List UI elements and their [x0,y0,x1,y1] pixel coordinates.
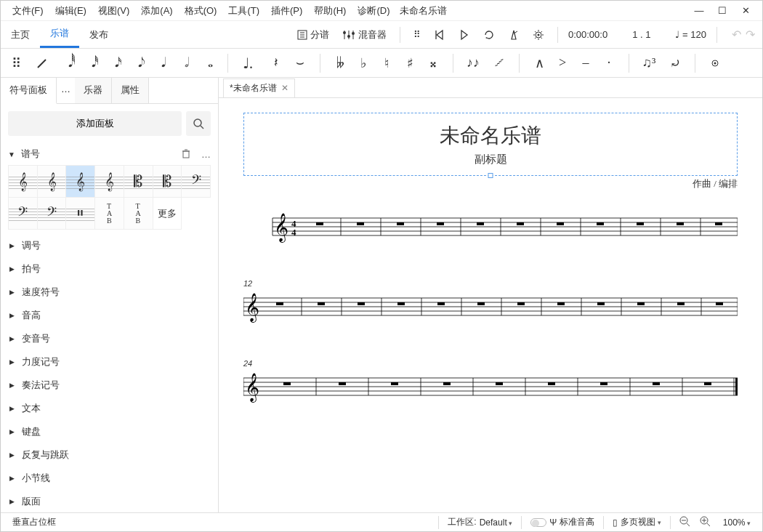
metronome-button[interactable] [505,26,522,44]
slur-button[interactable]: 𝆱 [488,52,510,74]
clef-tab6[interactable]: TAB [124,198,153,230]
concert-pitch-toggle[interactable]: Ψ 标准音高 [525,516,600,528]
flat-button[interactable]: ♭ [352,52,374,74]
category-barlines[interactable]: ▶小节线 [1,467,218,490]
menu-diagnostic[interactable]: 诊断(D) [352,1,395,20]
mixer-button[interactable]: 混音器 [339,25,389,44]
clef-percussion[interactable]: 𝄥 [66,198,95,230]
double-sharp-button[interactable]: 𝄪 [422,52,444,74]
section-clef-header[interactable]: ▼ 谱号 … [1,143,218,165]
tab-publish[interactable]: 发布 [79,21,118,48]
playback-settings-button[interactable] [530,26,547,44]
menu-file[interactable]: 文件(F) [7,1,49,20]
rest-button[interactable]: 𝄽 [263,52,285,74]
clef-tenor[interactable]: 𝄡 [153,166,182,198]
undo-button[interactable]: ↶ [732,28,741,41]
menu-add[interactable]: 添加(A) [135,1,178,20]
sidebar-tab-more[interactable]: … [57,78,75,103]
maximize-button[interactable]: ☐ [717,5,727,16]
clef-treble-8va[interactable]: 𝄞 [38,166,67,198]
staff-system-2[interactable]: 12 𝄞 [243,291,738,327]
score-subtitle[interactable]: 副标题 [253,153,728,166]
section-more-button[interactable]: … [201,149,211,160]
toolbar-settings-button[interactable] [704,52,726,74]
staff-system-1[interactable]: 𝄞 4 4 [243,211,738,247]
tenuto-button[interactable]: – [575,52,597,74]
close-tab-button[interactable]: ✕ [281,83,288,93]
sharp-button[interactable]: ♯ [399,52,421,74]
duration-8th[interactable]: 𝅘𝅥𝅮 [127,52,149,74]
duration-half[interactable]: 𝅗𝅥 [174,52,195,74]
menu-format[interactable]: 格式(O) [179,1,223,20]
category-tempo[interactable]: ▶速度符号 [1,281,218,304]
category-text[interactable]: ▶文本 [1,397,218,420]
note-input-button[interactable] [31,52,53,74]
tab-home[interactable]: 主页 [1,21,40,48]
category-key-signature[interactable]: ▶调号 [1,234,218,257]
sidebar-tab-palette[interactable]: 符号面板 [1,78,57,104]
tie-button[interactable]: ⌣ [289,52,311,74]
rewind-button[interactable] [431,26,448,44]
category-repeats[interactable]: ▶反复与跳跃 [1,443,218,467]
category-keyboard[interactable]: ▶键盘 [1,420,218,443]
category-accidentals[interactable]: ▶变音号 [1,327,218,350]
dot-button[interactable]: ♩. [237,52,259,74]
clef-treble-8vb[interactable]: 𝄞 [66,166,95,198]
zoom-in-button[interactable] [700,516,710,528]
play-button[interactable] [456,26,473,44]
duration-64th[interactable]: 𝅘𝅥𝅱 [57,52,79,74]
duration-32nd[interactable]: 𝅘𝅥𝅰 [81,52,102,74]
workspace-selector[interactable]: 工作区: Default [442,516,518,528]
menu-plugins[interactable]: 插件(P) [265,1,308,20]
delete-section-button[interactable] [181,148,191,161]
document-tab[interactable]: *未命名乐谱 ✕ [223,78,295,97]
duration-whole[interactable]: 𝅝 [197,52,219,74]
add-panel-button[interactable]: 添加面板 [8,111,182,136]
tempo-display[interactable]: ♩ = 120 [675,29,706,40]
category-articulations[interactable]: ▶奏法记号 [1,374,218,397]
clef-treble-15[interactable]: 𝄞 [95,166,124,198]
marcato-button[interactable]: ∧ [528,52,550,74]
staff-system-3[interactable]: 24 𝄞 [243,371,738,407]
redo-button[interactable]: ↷ [746,28,755,41]
category-pitch[interactable]: ▶音高 [1,304,218,327]
clef-more-button[interactable]: 更多 [153,198,182,230]
accent-button[interactable]: > [552,52,573,74]
menu-edit[interactable]: 编辑(E) [49,1,92,20]
zoom-level[interactable]: 100% [723,517,751,528]
clef-alto[interactable]: 𝄡 [124,166,153,198]
composer-text[interactable]: 作曲 / 编排 [243,177,738,190]
grab-handle-icon[interactable]: ⠿ [411,26,424,43]
search-button[interactable] [186,111,211,136]
clef-bass[interactable]: 𝄢 [182,166,211,198]
title-frame[interactable]: 未命名乐谱 副标题 [243,113,738,176]
clef-tab4[interactable]: TAB [95,198,124,230]
duration-16th[interactable]: 𝅘𝅥𝅯 [104,52,126,74]
flip-direction-button[interactable]: ♪♪ [462,52,484,74]
tuplet-button[interactable]: ♫³ [638,52,660,74]
double-flat-button[interactable]: 𝄫 [329,52,351,74]
grab-handle-icon[interactable]: ⠿ [5,52,27,74]
menu-tools[interactable]: 工具(T) [222,1,265,20]
score-title[interactable]: 未命名乐谱 [253,122,728,150]
clef-bass-15[interactable]: 𝄢 [38,198,67,230]
minimize-button[interactable]: — [694,5,704,16]
score-canvas[interactable]: 未命名乐谱 副标题 作曲 / 编排 𝄞 [219,98,762,512]
sidebar-tab-instruments[interactable]: 乐器 [75,78,112,103]
loop-button[interactable] [480,26,498,44]
sidebar-tab-properties[interactable]: 属性 [112,78,149,103]
duration-quarter[interactable]: 𝅘𝅥 [150,52,172,74]
category-dynamics[interactable]: ▶力度记号 [1,350,218,374]
close-button[interactable]: ✕ [740,5,751,16]
staccato-button[interactable]: · [598,52,620,74]
flip-button[interactable]: ⤾ [664,52,686,74]
view-mode-selector[interactable]: ▯ 多页视图 [607,516,667,528]
resize-handle[interactable] [488,173,493,178]
category-layout[interactable]: ▶版面 [1,490,218,512]
clef-bass-8vb[interactable]: 𝄢 [9,198,38,230]
menu-help[interactable]: 帮助(H) [308,1,352,20]
clef-treble[interactable]: 𝄞 [9,166,38,198]
parts-button[interactable]: 分谱 [294,25,333,44]
zoom-out-button[interactable] [679,516,690,528]
natural-button[interactable]: ♮ [376,52,397,74]
